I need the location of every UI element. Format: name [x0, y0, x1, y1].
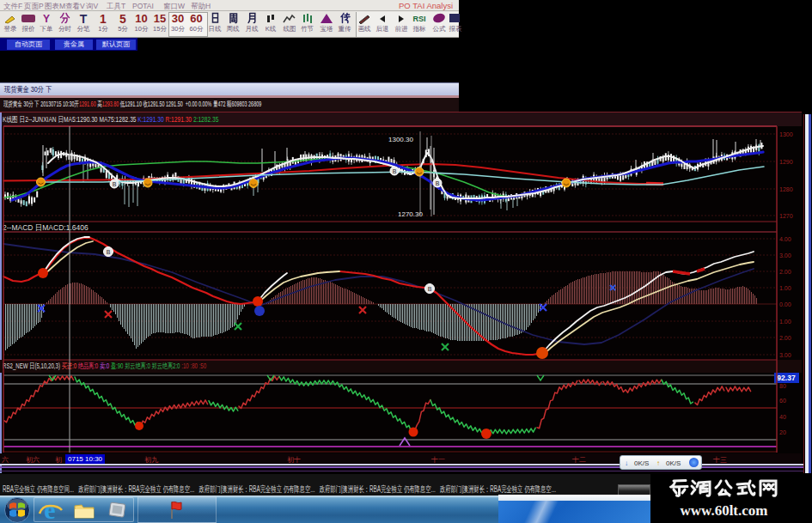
- svg-text:1270.30: 1270.30: [398, 210, 423, 218]
- svg-text:3.00: 3.00: [779, 252, 791, 258]
- svg-text:B: B: [107, 249, 111, 255]
- svg-text:B: B: [436, 180, 440, 186]
- svg-text:1300: 1300: [779, 131, 793, 137]
- svg-text:4.00: 4.00: [779, 236, 791, 242]
- svg-text:1.00: 1.00: [779, 285, 791, 291]
- svg-text:2.00: 2.00: [779, 269, 791, 275]
- svg-text:B: B: [113, 181, 117, 187]
- svg-text:1270: 1270: [779, 213, 793, 219]
- svg-text:1.00: 1.00: [779, 319, 791, 325]
- svg-text:80: 80: [779, 383, 786, 389]
- svg-text:20: 20: [779, 429, 786, 435]
- svg-text:40: 40: [779, 414, 786, 420]
- svg-text:B: B: [393, 168, 397, 174]
- svg-text:2.00: 2.00: [779, 335, 791, 341]
- svg-text:1300.30: 1300.30: [388, 136, 413, 143]
- svg-text:60: 60: [779, 398, 786, 404]
- svg-text:3.00: 3.00: [779, 352, 791, 358]
- svg-text:B: B: [428, 286, 432, 292]
- svg-text:92.37: 92.37: [777, 374, 796, 382]
- svg-text:1290: 1290: [779, 159, 793, 165]
- svg-text:0.00: 0.00: [779, 301, 791, 307]
- svg-text:1280: 1280: [779, 186, 793, 192]
